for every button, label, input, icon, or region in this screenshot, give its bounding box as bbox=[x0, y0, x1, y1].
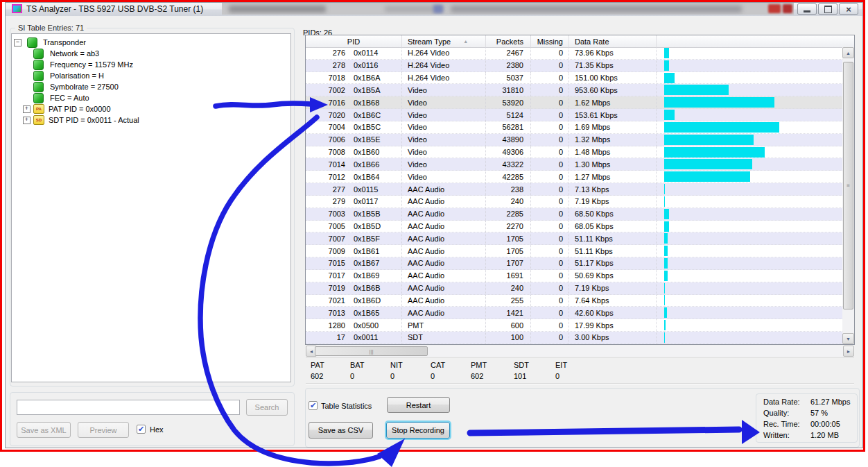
pid-table-row[interactable]: 70140x1B66Video4332201.30 Mbps bbox=[306, 158, 842, 171]
tree-item[interactable]: Polarisation = H bbox=[12, 70, 290, 81]
column-header-bars bbox=[657, 35, 854, 47]
hex-checkbox[interactable]: ✔ bbox=[137, 425, 146, 434]
cell-stream-type: AAC Audio bbox=[402, 282, 486, 294]
collapse-icon[interactable]: − bbox=[14, 39, 21, 46]
tree-item-label: Frequency = 11579 MHz bbox=[50, 60, 133, 69]
tree-item[interactable]: Network = ab3 bbox=[12, 48, 290, 59]
tree-node-icon bbox=[27, 37, 37, 48]
cell-rate-bar bbox=[657, 208, 842, 220]
table-counter-pat: PAT602 bbox=[311, 361, 324, 369]
pid-table-row[interactable]: 2760x0114H.264 Video2467073.96 Kbps bbox=[306, 47, 842, 60]
column-header-packets[interactable]: Packets bbox=[486, 35, 531, 47]
restart-button[interactable]: Restart bbox=[387, 397, 450, 413]
tree-item[interactable]: Frequency = 11579 MHz bbox=[12, 59, 290, 70]
pid-table-row[interactable]: 70150x1B67AAC Audio1707051.17 Kbps bbox=[306, 257, 842, 270]
pid-table-row[interactable]: 70130x1B65AAC Audio1421042.60 Kbps bbox=[306, 307, 842, 319]
pid-table-row[interactable]: 70170x1B69AAC Audio1691050.69 Kbps bbox=[306, 270, 842, 282]
pid-table-row[interactable]: 70190x1B6BAAC Audio24007.19 Kbps bbox=[306, 282, 842, 295]
pid-hex: 0x1B6A bbox=[354, 74, 381, 82]
column-header-missing[interactable]: Missing bbox=[531, 35, 569, 47]
data-rate-bar bbox=[664, 110, 675, 120]
cell-stream-type: Video bbox=[402, 146, 486, 158]
save-as-csv-button[interactable]: Save as CSV bbox=[309, 422, 373, 439]
cell-packets: 1705 bbox=[486, 232, 531, 244]
pid-table-row[interactable]: 70090x1B61AAC Audio1705051.11 Kbps bbox=[306, 245, 842, 257]
pid-table-row[interactable]: 70210x1B6DAAC Audio25507.64 Kbps bbox=[306, 295, 842, 307]
tree-item[interactable]: Symbolrate = 27500 bbox=[12, 81, 290, 92]
expand-icon[interactable]: + bbox=[23, 117, 31, 124]
cell-stream-type: SDT bbox=[402, 332, 486, 343]
search-input[interactable] bbox=[17, 400, 240, 415]
tree-item-pat[interactable]: + PA PAT PID = 0x0000 bbox=[12, 103, 290, 114]
data-rate-bar bbox=[664, 73, 675, 83]
cell-data-rate: 51.11 Kbps bbox=[569, 245, 657, 257]
vertical-scrollbar[interactable]: ▲ ≡ ▼ bbox=[842, 47, 854, 344]
vertical-scrollbar-thumb[interactable]: ≡ bbox=[843, 62, 853, 309]
stop-recording-button[interactable]: Stop Recording bbox=[386, 422, 450, 439]
tree-node-icon bbox=[33, 82, 44, 92]
tree-item-transponder[interactable]: − Transponder bbox=[12, 37, 290, 48]
pid-table-row[interactable]: 2780x0116H.264 Video2380071.35 Kbps bbox=[306, 60, 842, 72]
cell-data-rate: 1.27 Mbps bbox=[569, 171, 657, 182]
horizontal-scrollbar[interactable]: ◄ ||| ► bbox=[306, 346, 854, 357]
pid-table-row[interactable]: 70060x1B5EVideo4389001.32 Mbps bbox=[306, 134, 842, 146]
cell-pid: 70020x1B5A bbox=[306, 84, 402, 96]
horizontal-scrollbar-thumb[interactable]: ||| bbox=[315, 346, 428, 356]
pid-number: 7006 bbox=[306, 135, 345, 144]
cell-data-rate: 17.99 Kbps bbox=[569, 319, 657, 331]
cell-missing: 0 bbox=[531, 72, 569, 84]
close-button[interactable]: × bbox=[839, 3, 858, 15]
pid-table-row[interactable]: 2770x0115AAC Audio23807.13 Kbps bbox=[306, 183, 842, 196]
cell-data-rate: 1.62 Mbps bbox=[569, 96, 657, 108]
pid-number: 7020 bbox=[306, 111, 345, 119]
cell-stream-type: AAC Audio bbox=[402, 183, 486, 195]
save-as-xml-button[interactable]: Save as XML bbox=[17, 422, 71, 438]
table-counter-pmt: PMT602 bbox=[471, 361, 487, 369]
pid-table-row[interactable]: 70040x1B5CVideo5628101.69 Mbps bbox=[306, 121, 842, 134]
pid-number: 277 bbox=[306, 185, 345, 194]
pid-table-row[interactable]: 170x0011SDT10003.00 Kbps bbox=[306, 332, 842, 344]
scroll-right-button[interactable]: ► bbox=[843, 346, 854, 357]
preview-button[interactable]: Preview bbox=[78, 422, 129, 438]
cell-packets: 600 bbox=[486, 319, 531, 331]
minimize-icon bbox=[804, 10, 810, 12]
pid-table-row[interactable]: 70180x1B6AH.264 Video50370151.00 Kbps bbox=[306, 72, 842, 85]
pid-table-row[interactable]: 70120x1B64Video4228501.27 Mbps bbox=[306, 171, 842, 183]
scroll-up-button[interactable]: ▲ bbox=[842, 47, 854, 58]
pid-table-row[interactable]: 70030x1B5BAAC Audio2285068.50 Kbps bbox=[306, 208, 842, 221]
pid-table-row[interactable]: 2790x0117AAC Audio24007.19 Kbps bbox=[306, 196, 842, 208]
table-counter-value: 101 bbox=[514, 372, 526, 380]
pid-hex: 0x1B60 bbox=[354, 148, 379, 156]
column-header-data-rate[interactable]: Data Rate bbox=[569, 35, 657, 47]
column-header-pid[interactable]: PID bbox=[306, 35, 402, 47]
pid-table-row[interactable]: 70200x1B6CVideo51240153.61 Kbps bbox=[306, 109, 842, 121]
cell-rate-bar bbox=[657, 282, 842, 294]
table-statistics-checkbox[interactable]: ✔ bbox=[309, 401, 318, 410]
cell-data-rate: 953.60 Kbps bbox=[569, 84, 657, 96]
maximize-button[interactable] bbox=[818, 3, 837, 15]
pid-table-row[interactable]: 70020x1B5AVideo318100953.60 Kbps bbox=[306, 84, 842, 96]
cell-missing: 0 bbox=[531, 47, 569, 59]
recording-stats-panel: Data Rate:61.27 MbpsQuality:57 %Rec. Tim… bbox=[756, 393, 858, 443]
cell-stream-type: AAC Audio bbox=[402, 270, 486, 282]
pid-table-row[interactable]: 70080x1B60Video4930601.48 Mbps bbox=[306, 146, 842, 159]
search-button[interactable]: Search bbox=[246, 399, 288, 416]
cell-pid: 70070x1B5F bbox=[306, 232, 402, 244]
pid-number: 7017 bbox=[306, 271, 345, 280]
minimize-button[interactable] bbox=[797, 3, 817, 15]
column-header-stream-type[interactable]: Stream Type ▲ bbox=[402, 35, 486, 47]
pid-table: PID Stream Type ▲ Packets Missing Data R… bbox=[305, 35, 855, 345]
cell-missing: 0 bbox=[531, 60, 569, 71]
pid-table-row[interactable]: 12800x0500PMT600017.99 Kbps bbox=[306, 319, 842, 332]
tree-item-sdt[interactable]: + SD SDT PID = 0x0011 - Actual bbox=[12, 114, 290, 126]
data-rate-bar bbox=[664, 307, 667, 318]
cell-rate-bar bbox=[657, 245, 842, 257]
pid-table-row[interactable]: 70070x1B5FAAC Audio1705051.11 Kbps bbox=[306, 232, 842, 245]
cell-rate-bar bbox=[657, 109, 842, 121]
pid-table-row[interactable]: 70050x1B5DAAC Audio2270068.05 Kbps bbox=[306, 221, 842, 233]
scroll-down-button[interactable]: ▼ bbox=[842, 333, 854, 344]
pid-table-row[interactable]: 70160x1B68Video5392001.62 Mbps bbox=[306, 96, 842, 109]
cell-missing: 0 bbox=[531, 121, 569, 133]
expand-icon[interactable]: + bbox=[23, 105, 31, 113]
tree-item[interactable]: FEC = Auto bbox=[12, 92, 290, 103]
